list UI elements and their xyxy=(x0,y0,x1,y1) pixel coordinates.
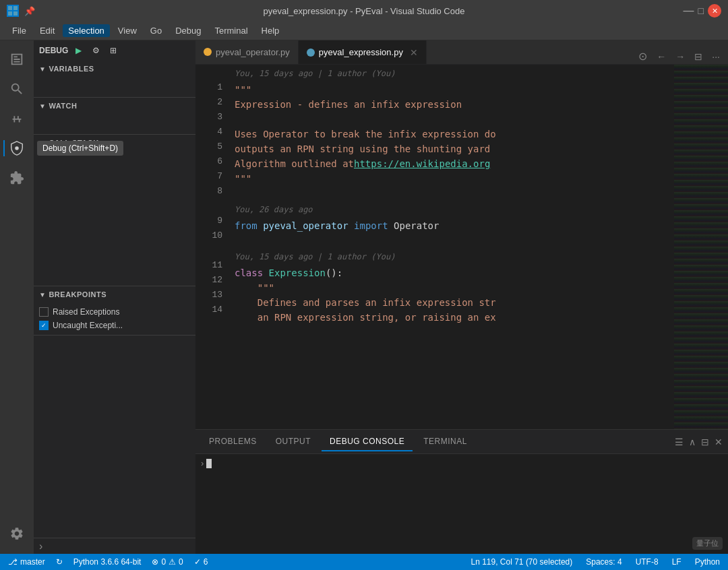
status-tests[interactable]: ✓ 6 xyxy=(191,557,211,567)
menu-terminal[interactable]: Terminal xyxy=(209,24,253,37)
panel-tabs: PROBLEMS OUTPUT DEBUG CONSOLE TERMINAL ☰… xyxy=(195,430,728,454)
watermark-badge: 量子位 xyxy=(692,537,723,550)
sync-icon: ↻ xyxy=(56,557,63,567)
app-icon xyxy=(7,5,19,17)
tab-action-more[interactable]: ··· xyxy=(709,50,723,63)
code-editor[interactable]: 1 2 3 4 5 6 7 8 9 10 11 12 13 14 You, 1 xyxy=(195,65,728,429)
code-token: """ xyxy=(235,82,251,97)
window-minimize-icon[interactable]: ― xyxy=(684,5,694,17)
tab-terminal[interactable]: TERMINAL xyxy=(415,433,475,451)
tab-action-right[interactable]: → xyxy=(673,50,688,63)
panel-split-button[interactable]: ⊟ xyxy=(701,437,709,447)
tab-icon-blue xyxy=(307,49,315,57)
menu-file[interactable]: File xyxy=(7,24,32,37)
debug-settings-button[interactable]: ⚙ xyxy=(88,43,103,58)
title-bar: 📌 pyeval_expression.py - PyEval - Visual… xyxy=(0,0,728,22)
watch-header[interactable]: ▼ WATCH xyxy=(34,98,195,114)
callstack-header[interactable]: ▼ CALL STACK xyxy=(34,135,195,151)
activity-settings[interactable] xyxy=(3,520,30,547)
breakpoints-chevron: ▼ xyxy=(39,291,46,298)
console-cursor[interactable] xyxy=(206,459,212,468)
tab-debug-console[interactable]: DEBUG CONSOLE xyxy=(322,433,413,451)
tab-output[interactable]: OUTPUT xyxy=(268,433,319,451)
menu-debug[interactable]: Debug xyxy=(170,24,206,37)
debug-play-button[interactable]: ▶ xyxy=(71,43,86,58)
svg-rect-2 xyxy=(8,11,12,15)
status-left: ⎇ master ↻ Python 3.6.6 64-bit ⊗ 0 ⚠ 0 ✓… xyxy=(5,557,210,567)
svg-rect-0 xyxy=(8,6,12,10)
activity-source-control[interactable] xyxy=(3,105,30,132)
breakpoints-header[interactable]: ▼ BREAKPOINTS xyxy=(34,286,195,303)
menu-edit[interactable]: Edit xyxy=(34,24,60,37)
panel: PROBLEMS OUTPUT DEBUG CONSOLE TERMINAL ☰… xyxy=(195,429,728,554)
status-interpreter[interactable]: Python 3.6.6 64-bit xyxy=(71,557,144,567)
tab-close-button[interactable]: ✕ xyxy=(410,47,418,58)
raised-exceptions-checkbox[interactable] xyxy=(39,307,49,317)
uncaught-exceptions-checkbox[interactable] xyxy=(39,321,49,330)
status-language[interactable]: Python xyxy=(692,557,723,567)
status-encoding[interactable]: UTF-8 xyxy=(633,557,661,567)
status-spaces[interactable]: Spaces: 4 xyxy=(583,557,624,567)
activity-explorer[interactable] xyxy=(3,46,30,73)
line-num-1: 1 xyxy=(202,80,222,94)
code-link[interactable]: https://en.wikipedia.org xyxy=(354,156,490,171)
code-line-13: Defines and parses an infix expression s… xyxy=(235,295,669,310)
error-icon: ⊗ xyxy=(152,557,158,567)
callstack-content xyxy=(34,151,195,286)
line-numbers: 1 2 3 4 5 6 7 8 9 10 11 12 13 14 xyxy=(195,65,229,429)
git-branch-icon: ⎇ xyxy=(8,557,18,567)
interpreter-label: Python 3.6.6 64-bit xyxy=(73,557,142,567)
status-bar: ⎇ master ↻ Python 3.6.6 64-bit ⊗ 0 ⚠ 0 ✓… xyxy=(0,554,728,570)
blame-info-1: You, 15 days ago | 1 author (You) xyxy=(235,65,669,82)
menu-view[interactable]: View xyxy=(113,24,142,37)
status-cursor[interactable]: Ln 119, Col 71 (70 selected) xyxy=(468,557,575,567)
minimap-content xyxy=(674,65,728,429)
debug-layout-button[interactable]: ⊞ xyxy=(106,43,121,58)
menu-help[interactable]: Help xyxy=(256,24,285,37)
cursor-position: Ln 119, Col 71 (70 selected) xyxy=(471,557,572,567)
tab-icon-orange xyxy=(204,48,212,56)
panel-collapse-button[interactable]: ∧ xyxy=(689,437,696,447)
list-item: Raised Exceptions xyxy=(34,305,195,319)
status-sync[interactable]: ↻ xyxy=(53,557,65,567)
code-token: Expression - defines an infix expression xyxy=(235,97,462,112)
code-token: Algorithm outlined at xyxy=(235,156,354,171)
test-count: 6 xyxy=(204,557,208,567)
status-branch[interactable]: ⎇ master xyxy=(5,557,48,567)
activity-debug[interactable]: Debug (Ctrl+Shift+D) xyxy=(3,135,30,162)
tab-problems[interactable]: PROBLEMS xyxy=(201,433,265,451)
window-maximize-icon[interactable]: □ xyxy=(698,5,704,16)
code-token: class xyxy=(235,265,269,280)
sidebar-scroll-right[interactable]: › xyxy=(39,540,42,552)
code-token: (): xyxy=(326,265,342,280)
tab-action-left[interactable]: ← xyxy=(654,50,669,63)
variables-header[interactable]: ▼ VARIABLES xyxy=(34,61,195,77)
code-token: """ xyxy=(257,280,274,295)
activity-search[interactable] xyxy=(3,75,30,102)
window-close-button[interactable]: ✕ xyxy=(708,4,721,18)
line-num-8: 8 xyxy=(202,183,222,198)
status-line-ending[interactable]: LF xyxy=(669,557,684,567)
minimap xyxy=(674,65,728,429)
variables-content xyxy=(34,77,195,97)
status-errors[interactable]: ⊗ 0 ⚠ 0 xyxy=(149,557,185,567)
menu-go[interactable]: Go xyxy=(145,24,167,37)
code-line-10 xyxy=(235,233,669,248)
code-token: from xyxy=(235,218,263,233)
watch-chevron: ▼ xyxy=(39,102,46,110)
panel-filter-button[interactable]: ☰ xyxy=(675,437,684,447)
watermark-text: 量子位 xyxy=(696,539,719,547)
tab-action-split[interactable]: ⊙ xyxy=(636,49,650,64)
tab-label-expression: pyeval_expression.py xyxy=(319,47,403,57)
breakpoints-section: ▼ BREAKPOINTS Raised Exceptions Uncaught… xyxy=(34,286,195,336)
svg-rect-1 xyxy=(13,6,18,10)
panel-close-button[interactable]: ✕ xyxy=(715,437,723,447)
watch-label: WATCH xyxy=(49,102,77,110)
tab-pyeval-operator[interactable]: pyeval_operator.py xyxy=(195,40,299,64)
code-line-8 xyxy=(235,186,669,201)
tab-pyeval-expression[interactable]: pyeval_expression.py ✕ xyxy=(299,40,427,64)
menu-selection[interactable]: Selection xyxy=(63,24,109,37)
tab-action-layout[interactable]: ⊟ xyxy=(692,50,705,63)
activity-extensions[interactable] xyxy=(3,164,30,191)
code-token: Expression xyxy=(269,265,326,280)
